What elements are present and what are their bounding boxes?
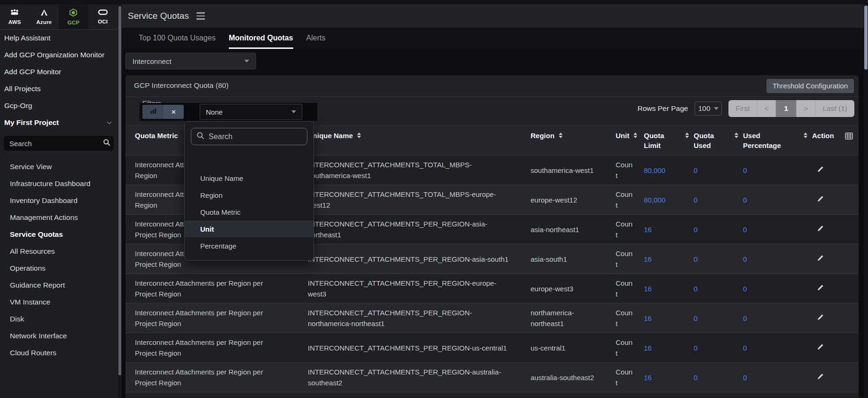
edit-pencil-icon[interactable]: [817, 166, 824, 173]
cell-unit: Count: [616, 274, 644, 303]
quota-limit-link[interactable]: 16: [644, 314, 652, 322]
provider-tab-aws[interactable]: AWS: [0, 4, 30, 29]
sidebar-item-vm-instance[interactable]: VM Instance: [0, 294, 117, 311]
sidebar-scrollbar-thumb[interactable]: [118, 6, 121, 375]
option-unit[interactable]: Unit: [185, 220, 313, 237]
rows-per-page-select[interactable]: 100: [695, 101, 722, 116]
sidebar-item-all-resources[interactable]: All Resources: [0, 243, 117, 260]
tab-monitored-quotas[interactable]: Monitored Quotas: [229, 28, 293, 49]
sidebar-scrollbar[interactable]: [117, 4, 122, 398]
option-quota-metric[interactable]: Quota Metric: [185, 203, 313, 220]
service-filter-select[interactable]: Interconnect: [125, 53, 256, 70]
sidebar-item-service-quotas[interactable]: Service Quotas: [0, 226, 117, 243]
sidebar-search-input[interactable]: [9, 140, 103, 148]
pager-first-button[interactable]: First: [728, 100, 757, 117]
cell-quota-metric: Interconnect Attachments per Region per …: [135, 333, 308, 362]
used-percentage-link[interactable]: 0: [743, 255, 747, 263]
column-chooser-icon[interactable]: [845, 132, 853, 142]
quota-limit-link[interactable]: 16: [644, 255, 652, 263]
column-header-unique-name[interactable]: Unique Name: [308, 130, 531, 150]
sidebar-item-all-projects[interactable]: All Projects: [0, 80, 117, 97]
edit-pencil-icon[interactable]: [817, 343, 824, 351]
quota-used-link[interactable]: 0: [694, 166, 697, 174]
hamburger-menu-icon[interactable]: [195, 10, 207, 22]
cell-region: europe-west3: [531, 280, 616, 298]
threshold-configuration-button[interactable]: Threshold Configuration: [766, 79, 854, 93]
project-name: My First Project: [4, 118, 59, 126]
quota-used-link[interactable]: 0: [694, 285, 697, 293]
sidebar-item-inventory-dashboard[interactable]: Inventory Dashboard: [0, 192, 117, 209]
sidebar-item-operations[interactable]: Operations: [0, 260, 117, 277]
sidebar-item-help-assistant[interactable]: Help Assistant: [0, 30, 117, 47]
used-percentage-link[interactable]: 0: [743, 166, 747, 174]
column-header-region[interactable]: Region: [531, 130, 616, 150]
quota-limit-link[interactable]: 16: [644, 226, 652, 234]
sort-icon[interactable]: [804, 133, 807, 139]
used-percentage-link[interactable]: 0: [743, 285, 747, 293]
sidebar-item-guidance-report[interactable]: Guidance Report: [0, 277, 117, 294]
edit-pencil-icon[interactable]: [817, 284, 824, 291]
filter-chip-remove-button[interactable]: ✕: [164, 105, 184, 119]
sidebar-item-add-gcp-monitor[interactable]: Add GCP Monitor: [0, 63, 117, 80]
quota-limit-link[interactable]: 80,000: [644, 166, 665, 174]
used-percentage-link[interactable]: 0: [743, 344, 747, 352]
used-percentage-link[interactable]: 0: [743, 374, 747, 382]
pager-next-button[interactable]: >: [796, 100, 815, 117]
sidebar-project-selector[interactable]: My First Project: [0, 114, 117, 131]
edit-pencil-icon[interactable]: [817, 225, 824, 232]
quota-used-link[interactable]: 0: [694, 255, 697, 263]
sort-icon[interactable]: [685, 133, 689, 139]
provider-tab-azure[interactable]: Azure: [30, 4, 59, 29]
filter-editor-strip: ✕ None: [140, 103, 317, 121]
edit-pencil-icon[interactable]: [817, 195, 824, 203]
quota-used-link[interactable]: 0: [694, 196, 697, 204]
sidebar-item-gcp-org[interactable]: Gcp-Org: [0, 97, 117, 114]
option-percentage[interactable]: Percentage: [185, 237, 313, 254]
sidebar-item-cloud-routers[interactable]: Cloud Routers: [0, 344, 117, 361]
sidebar-item-service-view[interactable]: Service View: [0, 158, 117, 175]
filter-chip-type-button[interactable]: [142, 105, 164, 119]
sort-icon[interactable]: [633, 133, 637, 139]
quota-used-link[interactable]: 0: [694, 314, 697, 322]
sort-icon[interactable]: [357, 133, 361, 139]
option-unique-name[interactable]: Unique Name: [185, 170, 313, 187]
quota-used-link[interactable]: 0: [694, 374, 697, 382]
main-scrollbar-thumb[interactable]: [864, 6, 868, 70]
sidebar-item-add-gcp-org-monitor[interactable]: Add GCP Organization Monitor: [0, 47, 117, 63]
column-header-quota-limit[interactable]: Quota Limit: [644, 130, 694, 150]
provider-tab-gcp[interactable]: GCP: [59, 4, 88, 29]
tab-top-100-quota-usages[interactable]: Top 100 Quota Usages: [139, 28, 216, 49]
tab-alerts[interactable]: Alerts: [306, 28, 326, 49]
quota-used-link[interactable]: 0: [694, 344, 697, 352]
cell-unique-name: INTERCONNECT_ATTACHMENTS_PER_REGION-asia…: [308, 250, 531, 268]
edit-pencil-icon[interactable]: [817, 373, 824, 380]
provider-tab-oci[interactable]: OCI: [88, 4, 118, 29]
used-percentage-link[interactable]: 0: [743, 196, 747, 204]
edit-pencil-icon[interactable]: [817, 314, 824, 321]
main-scrollbar[interactable]: [864, 4, 868, 398]
pager-prev-button[interactable]: <: [757, 100, 775, 117]
quota-limit-link[interactable]: 80,000: [644, 196, 665, 204]
sort-icon[interactable]: [735, 133, 738, 139]
cell-unique-name: INTERCONNECT_ATTACHMENTS_TOTAL_MBPS-sout…: [308, 156, 531, 185]
sidebar-item-infrastructure-dashboard[interactable]: Infrastructure Dashboard: [0, 175, 117, 192]
sidebar-item-disk[interactable]: Disk: [0, 311, 117, 328]
sidebar-item-network-interface[interactable]: Network Interface: [0, 328, 117, 344]
edit-pencil-icon[interactable]: [817, 255, 824, 262]
table-row: Interconnect Attachments per Region per …: [125, 362, 859, 392]
quota-used-link[interactable]: 0: [694, 226, 697, 234]
column-header-used-percentage[interactable]: Used Percentage: [743, 130, 812, 150]
column-header-quota-used[interactable]: Quota Used: [694, 130, 743, 150]
filter-field-select[interactable]: None: [200, 104, 302, 120]
sort-icon[interactable]: [559, 133, 563, 139]
quota-limit-link[interactable]: 16: [644, 344, 652, 352]
column-header-unit[interactable]: Unit: [616, 130, 644, 150]
pager-last-button[interactable]: Last (1): [815, 100, 854, 117]
used-percentage-link[interactable]: 0: [743, 226, 747, 234]
option-region[interactable]: Region: [185, 187, 313, 203]
used-percentage-link[interactable]: 0: [743, 314, 747, 322]
dropdown-search-input[interactable]: [209, 133, 306, 141]
quota-limit-link[interactable]: 16: [644, 285, 652, 293]
sidebar-item-management-actions[interactable]: Management Actions: [0, 209, 117, 226]
quota-limit-link[interactable]: 16: [644, 374, 652, 382]
